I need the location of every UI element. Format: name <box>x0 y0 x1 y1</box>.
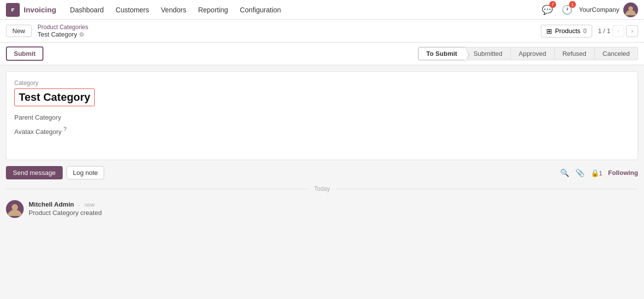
record-card: Category Test Category Parent Category A… <box>6 71 638 160</box>
chatter-actions: Send message Log note 🔍 📎 🔒1 Following <box>6 166 638 179</box>
new-button[interactable]: New <box>6 25 32 37</box>
chatter-section: Send message Log note 🔍 📎 🔒1 Following T… <box>0 166 644 228</box>
following-button[interactable]: Following <box>608 169 638 176</box>
svg-point-3 <box>8 210 22 216</box>
action-bar-right: ⊞ Products 0 1 / 1 ‹ › <box>541 25 638 38</box>
svg-point-2 <box>628 6 633 10</box>
breadcrumb-parent-link[interactable]: Product Categories <box>38 24 88 31</box>
status-bar: To Submit Submitted Approved Refused Can… <box>418 47 638 60</box>
search-messages-icon[interactable]: 🔍 <box>560 169 569 177</box>
submit-button[interactable]: Submit <box>6 46 43 61</box>
log-note-button[interactable]: Log note <box>67 166 105 179</box>
avatax-category-row: Avatax Category ? <box>14 126 630 135</box>
divider-line-right <box>336 189 638 189</box>
parent-category-row: Parent Category <box>14 113 630 121</box>
nav-dashboard[interactable]: Dashboard <box>64 0 110 20</box>
status-approved[interactable]: Approved <box>510 47 555 60</box>
nav-menu: Dashboard Customers Vendors Reporting Co… <box>64 0 287 20</box>
top-navigation: Invoicing Dashboard Customers Vendors Re… <box>0 0 644 20</box>
next-button[interactable]: › <box>626 25 638 37</box>
message-separator: - <box>78 202 80 208</box>
breadcrumb-current-text: Test Category <box>38 31 77 38</box>
avatax-help-icon[interactable]: ? <box>64 126 67 132</box>
status-refused[interactable]: Refused <box>554 47 595 60</box>
message-item: Mitchell Admin - now Product Category cr… <box>6 196 638 222</box>
gear-icon[interactable]: ⚙ <box>79 31 84 38</box>
message-body: Mitchell Admin - now Product Category cr… <box>29 200 102 216</box>
nav-right-section: 💬 7 🕐 1 YourCompany <box>539 2 638 18</box>
category-label: Category <box>14 80 630 86</box>
parent-category-label: Parent Category <box>14 114 61 121</box>
prev-button[interactable]: ‹ <box>612 25 624 37</box>
products-button[interactable]: ⊞ Products 0 <box>541 25 592 38</box>
activities-button[interactable]: 🕐 1 <box>559 2 575 18</box>
message-header: Mitchell Admin - now <box>29 200 102 208</box>
category-field-group: Category Test Category <box>14 80 630 106</box>
notifications-badge: 7 <box>549 1 556 8</box>
breadcrumb: Product Categories Test Category ⚙ <box>38 24 88 38</box>
nav-customers[interactable]: Customers <box>110 0 155 20</box>
notifications-button[interactable]: 💬 7 <box>539 2 555 18</box>
status-canceled[interactable]: Canceled <box>594 47 638 60</box>
submit-bar: Submit To Submit Submitted Approved Refu… <box>0 43 644 65</box>
attach-file-icon[interactable]: 📎 <box>575 169 585 177</box>
company-name[interactable]: YourCompany <box>579 6 619 13</box>
main-content: Category Test Category Parent Category A… <box>0 65 644 166</box>
nav-vendors[interactable]: Vendors <box>155 0 192 20</box>
message-avatar <box>6 200 24 218</box>
chatter-right-actions: 🔍 📎 🔒1 Following <box>560 169 638 177</box>
message-time: now <box>84 202 94 208</box>
nav-reporting[interactable]: Reporting <box>192 0 234 20</box>
action-bar: New Product Categories Test Category ⚙ ⊞… <box>0 20 644 43</box>
grid-icon: ⊞ <box>546 27 552 35</box>
divider-label: Today <box>308 185 336 192</box>
products-count: 0 <box>583 28 587 35</box>
followers-icon[interactable]: 🔒1 <box>591 169 603 177</box>
avatax-category-label: Avatax Category <box>14 128 62 135</box>
message-text: Product Category created <box>29 209 102 216</box>
send-message-button[interactable]: Send message <box>6 166 63 179</box>
divider-line-left <box>6 189 308 189</box>
products-label: Products <box>555 27 580 35</box>
app-logo[interactable] <box>6 3 20 17</box>
nav-configuration[interactable]: Configuration <box>234 0 287 20</box>
app-name[interactable]: Invoicing <box>24 5 56 14</box>
svg-point-4 <box>12 204 18 211</box>
chatter-date-divider: Today <box>6 185 638 192</box>
user-avatar[interactable] <box>623 2 638 17</box>
status-submitted[interactable]: Submitted <box>465 47 511 60</box>
pagination-text: 1 / 1 <box>598 27 610 35</box>
status-to-submit[interactable]: To Submit <box>418 47 466 60</box>
category-value[interactable]: Test Category <box>14 88 95 106</box>
pagination: 1 / 1 ‹ › <box>598 25 638 37</box>
message-author: Mitchell Admin <box>29 201 74 208</box>
breadcrumb-current: Test Category ⚙ <box>38 31 88 38</box>
activities-badge: 1 <box>569 1 576 8</box>
